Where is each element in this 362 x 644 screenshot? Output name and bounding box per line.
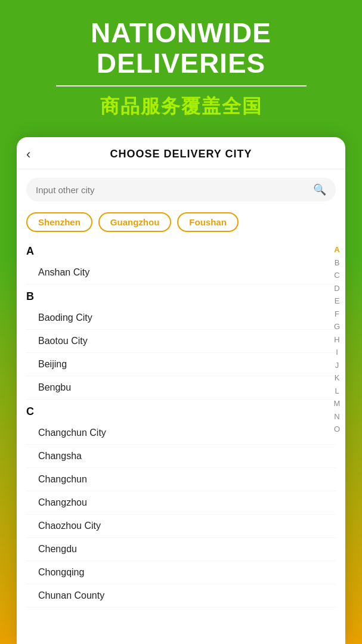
alpha-B[interactable]: B [331, 257, 343, 269]
hero-subtitle: 商品服务覆盖全国 [12, 94, 350, 120]
search-input[interactable] [36, 185, 313, 195]
section-letter-c: C [26, 400, 336, 422]
list-item[interactable]: Changchun [26, 468, 336, 491]
alpha-F[interactable]: F [331, 308, 343, 320]
alpha-H[interactable]: H [331, 334, 343, 346]
city-chip-guangzhou[interactable]: Guangzhou [98, 212, 172, 232]
city-list-inner: A Anshan City B Baoding City Baotou City… [17, 239, 345, 608]
quick-cities: Shenzhen Guangzhou Foushan [17, 208, 345, 239]
alpha-N[interactable]: N [331, 411, 343, 423]
alpha-J[interactable]: J [331, 360, 343, 371]
list-item[interactable]: Bengbu [26, 376, 336, 400]
list-item[interactable]: Changsha [26, 445, 336, 468]
hero-title: NATIONWIDE DELIVERIES [12, 18, 350, 78]
search-section: 🔍 [17, 169, 345, 208]
section-letter-a: A [26, 239, 336, 261]
back-icon: ‹ [26, 148, 30, 161]
hero-title-line2: DELIVERIES [97, 48, 266, 79]
list-item[interactable]: Baoding City [26, 306, 336, 330]
alpha-E[interactable]: E [331, 295, 343, 307]
alpha-I[interactable]: I [331, 346, 343, 358]
search-icon: 🔍 [313, 183, 326, 196]
alpha-L[interactable]: L [331, 385, 343, 397]
modal-title: CHOOSE DELIVERY CITY [110, 148, 252, 160]
alpha-O[interactable]: O [331, 423, 343, 435]
list-item[interactable]: Baotou City [26, 330, 336, 353]
hero-section: NATIONWIDE DELIVERIES 商品服务覆盖全国 [0, 0, 362, 126]
list-item[interactable]: Changchun City [26, 422, 336, 445]
list-item[interactable]: Chaozhou City [26, 515, 336, 538]
list-item[interactable]: Beijing [26, 353, 336, 376]
list-item[interactable]: Chunan County [26, 584, 336, 608]
city-list: A Anshan City B Baoding City Baotou City… [17, 239, 345, 644]
list-item[interactable]: Chongqing [26, 561, 336, 584]
section-letter-b: B [26, 284, 336, 306]
list-item[interactable]: Anshan City [26, 261, 336, 284]
alpha-K[interactable]: K [331, 372, 343, 384]
city-chip-foushan[interactable]: Foushan [177, 212, 239, 232]
modal-card: ‹ CHOOSE DELIVERY CITY 🔍 Shenzhen Guangz… [17, 137, 345, 644]
list-item[interactable]: Chengdu [26, 538, 336, 561]
alpha-D[interactable]: D [331, 283, 343, 295]
alpha-C[interactable]: C [331, 270, 343, 281]
hero-title-line1: NATIONWIDE [91, 17, 271, 48]
alpha-M[interactable]: M [331, 398, 343, 410]
hero-divider [56, 85, 307, 86]
alpha-A[interactable]: A [331, 244, 343, 256]
back-button[interactable]: ‹ [26, 148, 30, 161]
alphabet-index: A B C D E F G H I J K L M N O [331, 239, 343, 644]
alpha-G[interactable]: G [331, 321, 343, 333]
search-bar: 🔍 [26, 178, 336, 202]
city-chip-shenzhen[interactable]: Shenzhen [26, 212, 92, 232]
modal-header: ‹ CHOOSE DELIVERY CITY [17, 137, 345, 169]
list-item[interactable]: Changzhou [26, 491, 336, 515]
